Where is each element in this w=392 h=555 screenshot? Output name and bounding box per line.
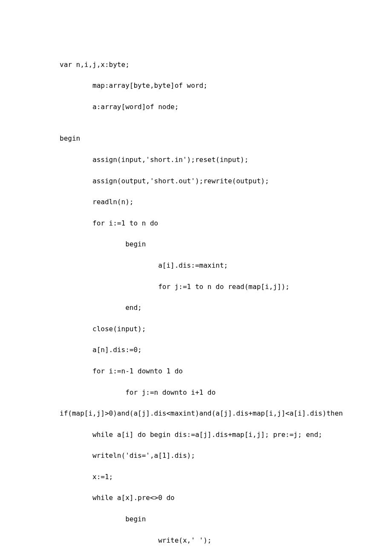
code-line: begin	[60, 514, 332, 525]
code-line: assign(input,'short.in');reset(input);	[60, 155, 332, 165]
code-line: while a[i] do begin dis:=a[j].dis+map[i,…	[60, 430, 332, 440]
code-block: var n,i,j,x:byte; map:array[byte,byte]of…	[60, 49, 332, 555]
code-line: begin	[60, 133, 332, 144]
code-line: if(map[i,j]>0)and(a[j].dis<maxint)and(a[…	[60, 408, 332, 419]
code-line: a[i].dis:=maxint;	[60, 260, 332, 271]
code-line: end;	[60, 303, 332, 313]
code-line: a:array[word]of node;	[60, 102, 332, 113]
code-line: a[n].dis:=0;	[60, 345, 332, 356]
code-line: for i:=1 to n do	[60, 218, 332, 229]
code-line: map:array[byte,byte]of word;	[60, 81, 332, 91]
code-line: for j:=n downto i+1 do	[60, 387, 332, 398]
code-line: write(x,' ');	[60, 535, 332, 546]
document-page: var n,i,j,x:byte; map:array[byte,byte]of…	[0, 0, 392, 555]
code-line: writeln('dis=',a[1].dis);	[60, 451, 332, 461]
code-line: readln(n);	[60, 197, 332, 208]
code-line: x:=1;	[60, 472, 332, 483]
code-line: var n,i,j,x:byte;	[60, 60, 332, 70]
code-line: for i:=n-1 downto 1 do	[60, 366, 332, 377]
code-line: close(input);	[60, 324, 332, 335]
code-line: for j:=1 to n do read(map[i,j]);	[60, 282, 332, 292]
code-line: assign(output,'short.out');rewrite(outpu…	[60, 176, 332, 187]
code-line: while a[x].pre<>0 do	[60, 493, 332, 503]
code-line: begin	[60, 239, 332, 250]
